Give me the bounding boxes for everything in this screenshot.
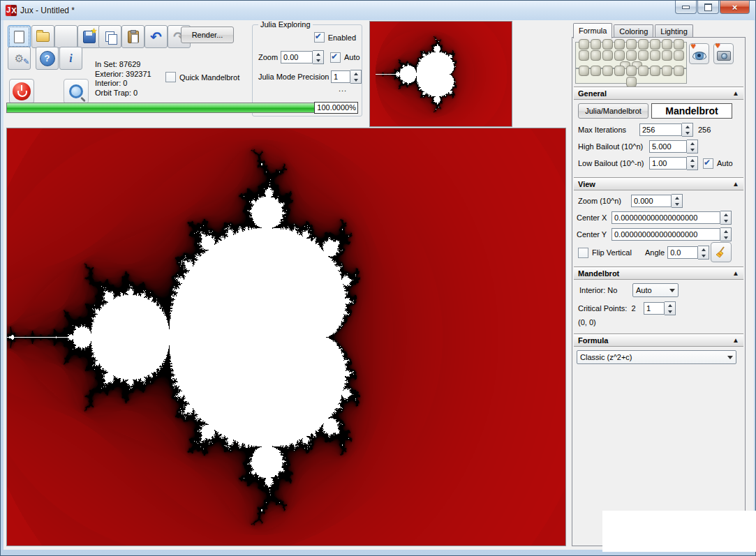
high-bailout-input[interactable] xyxy=(649,140,687,153)
palette-swatch[interactable] xyxy=(638,50,648,61)
angle-spinner[interactable] xyxy=(698,246,709,260)
maximize-button[interactable] xyxy=(697,1,719,14)
mandelbrot-preview-canvas[interactable] xyxy=(370,22,512,126)
max-iterations-input[interactable] xyxy=(639,123,682,136)
flip-vertical-checkbox[interactable] xyxy=(578,248,588,258)
close-button[interactable]: × xyxy=(720,1,750,14)
center-y-input[interactable] xyxy=(612,228,720,241)
low-bailout-auto-checkbox[interactable] xyxy=(703,158,713,169)
favorite-snapshot-button[interactable]: ♥ xyxy=(713,43,734,64)
title-bar[interactable]: JX Jux - Untitled * xyxy=(1,1,755,20)
julia-zoom-spinner[interactable] xyxy=(313,50,324,64)
new-button[interactable] xyxy=(8,25,31,48)
palette-swatch[interactable] xyxy=(602,66,613,76)
collapse-icon[interactable]: ▲ xyxy=(732,180,739,188)
fractal-view[interactable] xyxy=(6,128,566,546)
julia-enabled-label: Enabled xyxy=(328,33,356,42)
save-button[interactable] xyxy=(77,25,101,48)
low-bailout-input[interactable] xyxy=(649,157,687,170)
low-bailout-spinner[interactable] xyxy=(687,156,698,170)
view-zoom-spinner[interactable] xyxy=(672,194,683,208)
collapse-icon[interactable]: ▲ xyxy=(732,336,739,344)
palette-swatch[interactable] xyxy=(591,50,601,61)
center-x-spinner[interactable] xyxy=(720,211,732,225)
palette-swatch[interactable] xyxy=(650,66,660,76)
low-bailout-row: Low Bailout (10^-n) Auto xyxy=(578,156,733,170)
minimize-button[interactable] xyxy=(675,1,697,14)
formula-dropdown[interactable]: Classic (z^2+c) xyxy=(577,350,736,364)
help-icon: ? xyxy=(40,51,55,66)
center-y-spinner[interactable] xyxy=(720,227,732,241)
section-header-formula[interactable]: Formula ▲ xyxy=(574,333,743,347)
critical-point-input[interactable] xyxy=(644,302,665,315)
palette-swatch[interactable] xyxy=(579,50,589,61)
interior-mode-dropdown[interactable]: Auto xyxy=(632,283,679,297)
heart-icon: ♥ xyxy=(691,41,696,51)
palette-swatch[interactable] xyxy=(626,39,637,50)
palette-swatch[interactable] xyxy=(614,39,625,50)
max-iterations-spinner[interactable] xyxy=(682,123,693,137)
mandelbrot-main-canvas[interactable] xyxy=(7,128,565,546)
copy-button[interactable] xyxy=(98,25,121,48)
palette-swatch[interactable] xyxy=(650,50,660,61)
reset-view-button[interactable] xyxy=(711,242,732,262)
palette-swatch[interactable] xyxy=(579,66,589,76)
palette-swatch[interactable] xyxy=(662,66,672,76)
view-zoom-input[interactable] xyxy=(631,195,672,207)
info-button[interactable]: i xyxy=(59,47,82,70)
high-bailout-label: High Bailout (10^n) xyxy=(578,142,649,151)
collapse-icon[interactable]: ▲ xyxy=(732,269,739,277)
palette-swatch[interactable] xyxy=(638,66,648,76)
palette-swatch[interactable] xyxy=(602,39,613,50)
palette-swatch[interactable] xyxy=(626,77,637,87)
open-button[interactable] xyxy=(31,25,54,48)
palette-swatch[interactable] xyxy=(626,66,637,76)
palette-swatch[interactable] xyxy=(662,50,672,61)
palette-swatch[interactable] xyxy=(614,50,625,61)
palette-swatch[interactable] xyxy=(638,39,648,50)
max-iterations-actual: 256 xyxy=(698,126,711,134)
center-x-input[interactable] xyxy=(612,211,720,224)
tab-coloring[interactable]: Coloring xyxy=(614,24,653,38)
blank-button[interactable] xyxy=(54,25,77,48)
section-header-view[interactable]: View ▲ xyxy=(574,177,743,190)
paste-button[interactable] xyxy=(121,25,144,48)
julia-precision-input[interactable] xyxy=(331,70,350,83)
tab-formula[interactable]: Formula xyxy=(573,23,612,38)
palette-swatch[interactable] xyxy=(591,39,601,50)
palette-swatch[interactable] xyxy=(650,39,660,50)
quick-mandelbrot-checkbox[interactable] xyxy=(165,72,176,82)
high-bailout-spinner[interactable] xyxy=(687,140,698,153)
palette-swatch[interactable] xyxy=(614,66,625,76)
palette-swatch[interactable] xyxy=(602,50,613,61)
section-title: Formula xyxy=(578,336,608,345)
julia-auto-checkbox[interactable] xyxy=(330,52,341,63)
julia-enabled-checkbox[interactable] xyxy=(314,32,325,43)
julia-precision-spinner[interactable] xyxy=(350,70,362,84)
magnifier-button[interactable] xyxy=(64,79,89,104)
section-header-mandelbrot[interactable]: Mandelbrot ▲ xyxy=(574,266,743,280)
palette-swatch[interactable] xyxy=(579,39,589,50)
palette-swatch[interactable] xyxy=(662,39,672,50)
palette-swatch[interactable] xyxy=(674,50,684,61)
tab-lighting[interactable]: Lighting xyxy=(655,24,693,38)
palette-swatch[interactable] xyxy=(674,39,684,50)
more-options-ellipsis[interactable]: ... xyxy=(339,84,347,93)
angle-input[interactable] xyxy=(667,246,698,259)
render-button[interactable]: Render... xyxy=(181,27,234,43)
undo-button[interactable]: ↶ xyxy=(144,25,168,48)
palette-swatch[interactable] xyxy=(674,66,684,76)
settings-button[interactable]: ⚙ xyxy=(8,47,31,70)
favorite-view-button[interactable]: ♥ xyxy=(689,43,709,64)
section-header-general[interactable]: General ▲ xyxy=(574,87,743,100)
critical-point-spinner[interactable] xyxy=(665,301,676,315)
stat-interior: Interior: 0 xyxy=(95,79,151,89)
preview-pane[interactable] xyxy=(369,21,512,127)
collapse-icon[interactable]: ▲ xyxy=(732,89,739,97)
stop-button[interactable] xyxy=(9,79,34,104)
palette-swatch[interactable] xyxy=(626,50,637,61)
julia-mandelbrot-toggle-button[interactable]: Julia/Mandelbrot xyxy=(578,103,648,119)
julia-zoom-input[interactable] xyxy=(281,51,313,63)
help-button[interactable]: ? xyxy=(36,47,59,70)
palette-swatch[interactable] xyxy=(591,66,601,76)
